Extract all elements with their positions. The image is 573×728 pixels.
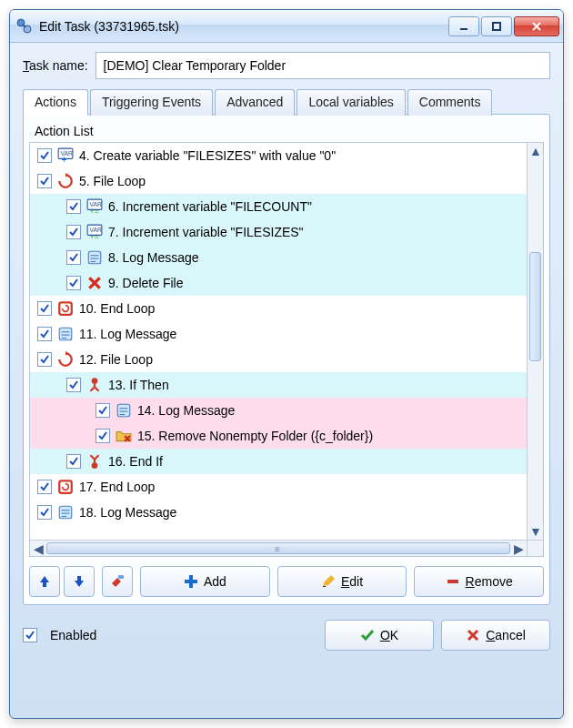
titlebar: Edit Task (33731965.tsk) [10,10,563,43]
var-plus-icon: VAR+ [57,147,74,164]
ok-button[interactable]: OK [325,620,434,651]
action-row[interactable]: 18. Log Message [30,500,527,525]
tab-triggering-events[interactable]: Triggering Events [90,89,213,116]
action-checkbox[interactable] [96,429,110,443]
action-checkbox[interactable] [37,148,52,163]
list-toolbar: Add Edit Remove [29,566,544,597]
action-text: 9. Delete File [108,276,183,290]
action-text: 8. Log Message [108,250,199,265]
action-row[interactable]: VAR+=7. Increment variable "FILESIZES" [30,219,527,245]
tab-comments[interactable]: Comments [407,89,493,116]
edit-task-window: Edit Task (33731965.tsk) Task name: [DEM… [9,9,564,719]
svg-rect-46 [118,575,124,579]
scroll-up-icon[interactable]: ▲ [528,143,544,159]
move-up-button[interactable] [29,566,60,597]
close-button[interactable] [514,16,559,36]
tab-advanced[interactable]: Advanced [215,89,295,116]
end-loop-icon [57,300,74,317]
cancel-button[interactable]: Cancel [441,620,550,651]
action-text: 13. If Then [108,378,169,392]
action-checkbox[interactable] [66,276,81,290]
log-icon [116,402,132,419]
pencil-icon [321,574,336,589]
action-row[interactable]: 17. End Loop [30,474,527,500]
task-name-label: Task name: [23,58,88,73]
svg-point-40 [92,462,98,469]
scrollbar-corner [527,540,543,556]
scroll-down-icon[interactable]: ▼ [528,523,544,540]
action-checkbox[interactable] [66,454,81,469]
edit-button[interactable]: Edit [277,566,407,597]
action-row[interactable]: 14. Log Message [30,398,527,423]
action-row[interactable]: 10. End Loop [30,296,527,321]
dialog-footer: Enabled OK Cancel [23,620,550,651]
action-text: 5. File Loop [79,174,146,188]
minimize-button[interactable] [448,16,479,36]
svg-rect-48 [185,580,197,583]
action-text: 18. Log Message [79,505,176,520]
action-checkbox[interactable] [66,199,81,214]
tabstrip: Actions Triggering Events Advanced Local… [23,88,550,115]
task-name-row: Task name: [DEMO] Clear Temporary Folder [23,52,550,79]
delete-icon [86,275,103,291]
hammer-icon [110,574,125,589]
action-row[interactable]: 11. Log Message [30,321,527,347]
action-row[interactable]: VAR+=6. Increment variable "FILECOUNT" [30,194,527,219]
action-list-header: Action List [29,120,544,142]
tab-local-variables[interactable]: Local variables [297,89,405,116]
remove-button[interactable]: Remove [414,566,544,597]
action-row[interactable]: 8. Log Message [30,245,527,270]
folder-del-icon [116,428,132,444]
task-name-input[interactable]: [DEMO] Clear Temporary Folder [96,52,550,79]
plus-icon [184,574,198,589]
action-checkbox[interactable] [96,403,110,418]
svg-text:+: + [62,155,67,164]
action-text: 11. Log Message [79,327,176,341]
horizontal-scrollbar[interactable]: ◀ ≡ ▶ [30,540,527,556]
action-checkbox[interactable] [66,250,81,265]
maximize-button[interactable] [481,16,512,36]
move-down-button[interactable] [64,566,95,597]
scroll-right-icon[interactable]: ▶ [510,541,527,557]
action-row[interactable]: 9. Delete File [30,270,527,296]
action-list-body[interactable]: VAR+4. Create variable "FILESIZES" with … [30,143,527,540]
action-checkbox[interactable] [37,301,52,316]
svg-rect-41 [59,480,72,493]
add-button[interactable]: Add [140,566,270,597]
arrow-up-icon [37,574,52,589]
action-checkbox[interactable] [37,327,52,341]
svg-line-2 [23,25,25,27]
tool-button[interactable] [102,566,133,597]
scroll-left-icon[interactable]: ◀ [30,541,46,557]
window-title: Edit Task (33731965.tsk) [39,19,448,34]
action-row[interactable]: 5. File Loop [30,168,527,194]
action-checkbox[interactable] [37,352,52,367]
if-icon [86,377,103,393]
scroll-thumb[interactable] [529,252,541,361]
svg-rect-50 [447,580,458,583]
vertical-scrollbar[interactable]: ▲ ▼ [527,143,543,540]
action-checkbox[interactable] [37,480,52,494]
action-row[interactable]: 13. If Then [30,372,527,398]
action-text: 15. Remove Nonempty Folder ({c_folder}) [137,429,373,443]
action-checkbox[interactable] [37,505,52,520]
action-row[interactable]: 15. Remove Nonempty Folder ({c_folder}) [30,423,527,449]
hscroll-thumb[interactable]: ≡ [46,542,510,554]
tab-container: Actions Triggering Events Advanced Local… [23,88,550,605]
action-checkbox[interactable] [66,378,81,392]
action-text: 17. End Loop [79,480,155,494]
tab-actions[interactable]: Actions [23,89,88,116]
cross-red-icon [466,628,480,642]
action-row[interactable]: 16. End If [30,449,527,474]
svg-rect-49 [323,586,326,587]
enabled-checkbox[interactable] [23,628,37,642]
svg-rect-4 [493,23,500,30]
action-row[interactable]: VAR+4. Create variable "FILESIZES" with … [30,143,527,168]
action-checkbox[interactable] [66,225,81,239]
svg-text:+=: += [89,232,99,240]
add-label: Add [204,574,226,589]
svg-rect-22 [59,302,72,315]
enabled-label: Enabled [50,628,96,642]
action-checkbox[interactable] [37,174,52,188]
action-row[interactable]: 12. File Loop [30,347,527,372]
